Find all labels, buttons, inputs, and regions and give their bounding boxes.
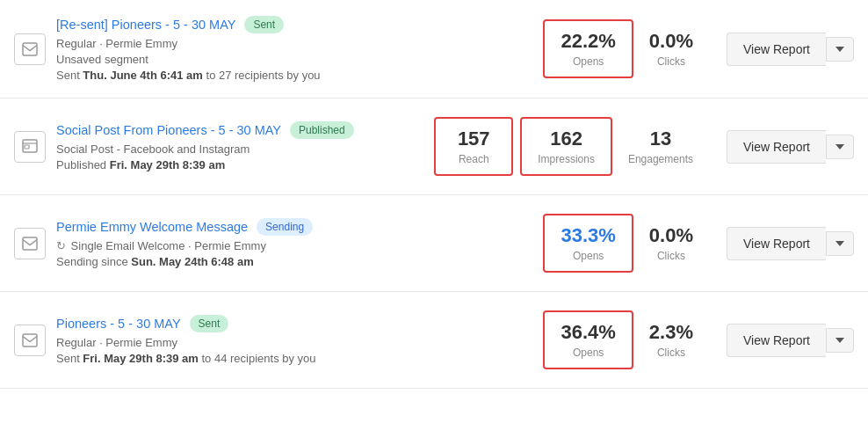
campaign-sub1: Regular · Permie Emmy — [56, 336, 543, 349]
campaign-title[interactable]: Pioneers - 5 - 30 MAY — [56, 317, 181, 331]
stat-plain-1: 0.0%Clicks — [633, 21, 709, 76]
stat-label: Opens — [561, 347, 615, 359]
stats-area: 157Reach162Impressions13Engagements — [434, 117, 709, 175]
stat-label: Clicks — [649, 55, 693, 68]
stat-value: 13 — [628, 128, 693, 150]
view-report-button[interactable]: View Report — [727, 130, 826, 164]
stat-box-0: 36.4%Opens — [543, 310, 633, 368]
stats-area: 36.4%Opens2.3%Clicks — [543, 310, 709, 368]
campaign-badge: Sent — [190, 315, 229, 332]
stat-box-0: 22.2%Opens — [543, 19, 633, 77]
svg-rect-3 — [25, 145, 29, 149]
sync-icon: ↻ — [56, 239, 66, 252]
stat-box-0: 33.3%Opens — [543, 214, 633, 272]
campaign-row: [Re-sent] Pioneers - 5 - 30 MAYSentRegul… — [0, 0, 868, 98]
view-report-area: View Report — [727, 130, 854, 164]
stat-value: 157 — [452, 128, 495, 150]
campaign-sub1: ↻ Single Email Welcome · Permie Emmy — [56, 239, 543, 252]
campaign-meta: Sent Thu. June 4th 6:41 am to 27 recipie… — [56, 69, 543, 82]
campaign-meta: Sent Fri. May 29th 8:39 am to 44 recipie… — [56, 352, 543, 365]
view-report-dropdown-button[interactable] — [826, 231, 854, 256]
stat-value: 22.2% — [561, 30, 615, 53]
svg-rect-5 — [23, 334, 37, 347]
social-icon — [14, 131, 46, 163]
stat-box-0: 157Reach — [434, 117, 513, 175]
campaign-badge: Published — [290, 121, 354, 139]
email-icon — [14, 33, 46, 65]
view-report-dropdown-button[interactable] — [826, 328, 854, 353]
view-report-button[interactable]: View Report — [727, 227, 826, 260]
campaign-info: Social Post From Pioneers - 5 - 30 MAYPu… — [56, 121, 434, 171]
campaign-info: Pioneers - 5 - 30 MAYSentRegular · Permi… — [56, 315, 543, 365]
stat-label: Clicks — [649, 347, 693, 359]
stats-area: 33.3%Opens0.0%Clicks — [543, 214, 709, 272]
stat-label: Opens — [561, 250, 615, 262]
campaign-list: [Re-sent] Pioneers - 5 - 30 MAYSentRegul… — [0, 0, 868, 389]
stat-label: Opens — [561, 55, 615, 68]
svg-rect-4 — [23, 237, 37, 250]
stat-value: 0.0% — [649, 224, 693, 247]
view-report-area: View Report — [727, 227, 854, 260]
campaign-sub1: Social Post - Facebook and Instagram — [56, 142, 434, 156]
stats-area: 22.2%Opens0.0%Clicks — [543, 19, 709, 77]
stat-plain-1: 0.0%Clicks — [633, 215, 709, 270]
stat-label: Clicks — [649, 250, 693, 262]
campaign-meta: Published Fri. May 29th 8:39 am — [56, 158, 434, 171]
stat-label: Reach — [452, 153, 495, 165]
view-report-button[interactable]: View Report — [727, 33, 826, 66]
view-report-area: View Report — [727, 324, 854, 357]
stat-value: 162 — [538, 128, 595, 150]
stat-value: 2.3% — [649, 321, 693, 344]
campaign-info: Permie Emmy Welcome MessageSending↻ Sing… — [56, 218, 543, 268]
campaign-sub1: Regular · Permie Emmy — [56, 37, 543, 50]
view-report-dropdown-button[interactable] — [826, 37, 854, 62]
campaign-title[interactable]: Permie Emmy Welcome Message — [56, 220, 248, 234]
chevron-down-icon — [835, 47, 844, 52]
chevron-down-icon — [835, 144, 844, 150]
stat-value: 0.0% — [649, 30, 693, 53]
stat-label: Engagements — [628, 153, 693, 165]
campaign-badge: Sending — [257, 218, 313, 236]
email-icon — [14, 325, 46, 356]
campaign-row: Social Post From Pioneers - 5 - 30 MAYPu… — [0, 98, 868, 195]
stat-value[interactable]: 33.3% — [561, 224, 615, 247]
stat-plain-2: 13Engagements — [612, 119, 709, 173]
view-report-dropdown-button[interactable] — [826, 135, 854, 159]
campaign-sub2: Unsaved segment — [56, 53, 543, 66]
stat-value: 36.4% — [561, 321, 615, 344]
svg-rect-0 — [23, 43, 37, 55]
campaign-info: [Re-sent] Pioneers - 5 - 30 MAYSentRegul… — [56, 16, 543, 82]
view-report-button[interactable]: View Report — [727, 324, 826, 357]
stat-box-1: 162Impressions — [520, 117, 612, 175]
campaign-title[interactable]: Social Post From Pioneers - 5 - 30 MAY — [56, 123, 281, 137]
campaign-row: Permie Emmy Welcome MessageSending↻ Sing… — [0, 195, 868, 292]
view-report-area: View Report — [727, 33, 854, 66]
stat-label: Impressions — [538, 153, 595, 165]
stat-plain-1: 2.3%Clicks — [633, 312, 709, 367]
campaign-row: Pioneers - 5 - 30 MAYSentRegular · Permi… — [0, 292, 868, 389]
campaign-meta: Sending since Sun. May 24th 6:48 am — [56, 255, 543, 268]
chevron-down-icon — [835, 338, 844, 343]
chevron-down-icon — [835, 241, 844, 246]
campaign-badge: Sent — [244, 16, 284, 33]
campaign-title[interactable]: [Re-sent] Pioneers - 5 - 30 MAY — [56, 18, 235, 32]
email-icon — [14, 228, 46, 259]
